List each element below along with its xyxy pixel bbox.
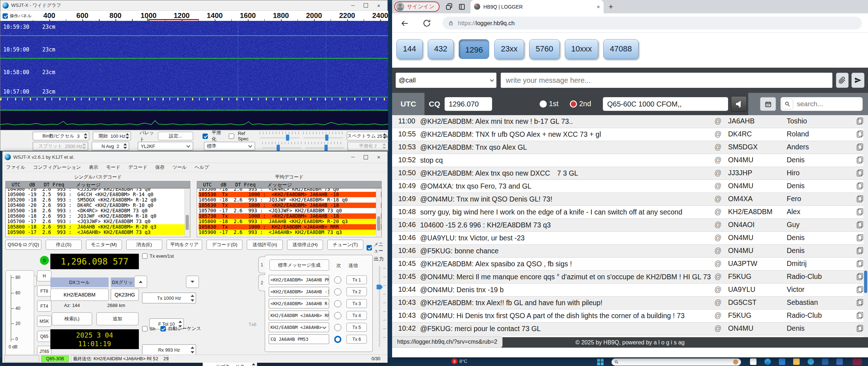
palette-settings-button[interactable]: 設定... [158, 132, 193, 140]
output-slider-handle[interactable] [377, 285, 383, 289]
tx-message-field[interactable]: <KH2/EA8DBM> JA6AHB PM53 [269, 275, 329, 285]
autoseq-checkbox[interactable] [160, 326, 166, 331]
tx-next-radio[interactable] [334, 288, 341, 295]
taskbar-weather[interactable]: 8 8°C [451, 358, 467, 364]
taskbar-icon-teams[interactable] [808, 358, 814, 365]
taskbar-icon-photos[interactable] [836, 358, 843, 365]
tx-next-radio[interactable] [334, 324, 341, 331]
minimize-button[interactable] [346, 1, 359, 10]
stacked-tabs-icon[interactable] [446, 3, 453, 10]
send-button[interactable] [851, 73, 864, 88]
generate-std-messages-button[interactable]: 標準メッセージ生成 [269, 259, 329, 271]
menu-item[interactable]: 表示 [89, 164, 98, 171]
cq-message-input[interactable] [603, 97, 728, 111]
taskbar-icon-app[interactable] [853, 358, 862, 365]
second-radio[interactable] [570, 100, 577, 108]
taskbar-icon-edge[interactable] [764, 358, 771, 365]
chat-row[interactable]: 10:45 @ON4MU: Merci Il me manque encore … [392, 271, 868, 284]
copy-icon[interactable] [857, 299, 863, 306]
ref-spec-checkbox[interactable] [229, 134, 234, 139]
vertical-tabs-icon[interactable] [459, 4, 465, 10]
menu-item[interactable]: ヘルプ [195, 164, 209, 171]
control-panel-toggle[interactable]: 操作パネル [1, 12, 38, 20]
start-freq-spinner[interactable]: 開始 100 Hz [93, 132, 131, 140]
decode-row[interactable]: 105400 -20 2.6 993 : DK4RC <KH2/EA8DBM> … [7, 203, 190, 208]
copy-icon[interactable] [857, 157, 863, 163]
back-icon[interactable] [400, 19, 409, 28]
decode-row[interactable]: 105500 -18 2.6 993 : <DK4RC> KH2/EA8DBM … [7, 208, 190, 213]
close-button[interactable]: × [372, 153, 385, 162]
chat-callsign[interactable]: ON4MU [728, 156, 787, 164]
menu-item[interactable]: ツール [173, 164, 187, 171]
action-button[interactable]: 停止(S) [46, 240, 82, 250]
chat-row[interactable]: 10:49 @ON4MU: Tnx nw init QSO Denis GL! … [392, 193, 868, 206]
chat-row[interactable]: 10:45 @KH2/EA8DBM: Alex spasibo za QSO ,… [392, 258, 868, 271]
gain2-slider[interactable] [262, 142, 301, 150]
taskbar-start-button[interactable] [597, 359, 604, 365]
chat-callsign[interactable]: ON4MU [728, 324, 787, 333]
chat-callsign[interactable]: F5KUG [728, 311, 787, 320]
chat-row[interactable]: 10:46 104600 -15 2.6 996 : KH2/EA8DBM 73… [392, 219, 868, 232]
announce-button[interactable] [731, 96, 747, 112]
scrollbar-thumb[interactable] [864, 271, 867, 293]
add-button[interactable]: 追加 [96, 312, 138, 325]
action-button[interactable]: 送信許可(n) [247, 240, 283, 250]
copy-icon[interactable] [857, 260, 863, 267]
search-box[interactable] [781, 97, 863, 111]
copy-icon[interactable] [857, 170, 863, 176]
address-bar[interactable]: https://logger.hb9q.ch [442, 17, 862, 30]
band-button[interactable]: 10xxx [565, 39, 598, 59]
chat-callsign[interactable]: SM5DGX [728, 143, 787, 151]
message-tab[interactable]: 1 [258, 257, 265, 273]
rx-freq-spinner[interactable]: Rx 993 Hz [142, 344, 196, 355]
zero-slider[interactable] [303, 132, 343, 140]
decode-row[interactable]: 105530 Tx 1000 : <KH2/EA8DBM> JA6AHB -18 [199, 192, 381, 197]
chat-callsign[interactable]: ON4AOI [728, 221, 787, 229]
menu-toggle[interactable]: メニュー [367, 241, 387, 254]
mode-button[interactable]: Q65 [37, 331, 51, 342]
attach-button[interactable] [836, 73, 849, 88]
chat-callsign[interactable]: ON4MU [728, 182, 787, 190]
dx-call-field[interactable]: KH2/EA8DBM [50, 289, 109, 301]
message-tab[interactable]: 2 [258, 275, 265, 291]
reload-icon[interactable] [422, 19, 431, 28]
action-button[interactable]: 送信停止(H) [287, 240, 323, 250]
copy-icon[interactable] [857, 195, 863, 202]
decode-row[interactable]: 105000 -19 2.5 993 : G4CCH <KH2/EA8DBM> … [7, 192, 190, 197]
chat-row[interactable]: 10:43 @ON4MU: Hi Denis tnx first QSO A p… [392, 309, 868, 322]
copy-icon[interactable] [857, 182, 863, 189]
chat-callsign[interactable]: UA3PTW [728, 259, 787, 268]
waterfall[interactable]: 10:59:30 23cm 10:59:00 23cm 10:58:00 23c… [0, 21, 388, 111]
mode-button[interactable]: MSK [37, 316, 51, 327]
tx-up-button[interactable] [134, 276, 147, 288]
gain-slider[interactable] [260, 132, 300, 140]
taskbar-icon-docs[interactable] [750, 358, 756, 365]
copy-icon[interactable] [857, 234, 863, 241]
action-button[interactable]: QSOをログ(Q) [5, 240, 41, 250]
sh-checkbox[interactable] [142, 326, 147, 331]
decode-row[interactable]: 105800 -18 2.6 993 : JA6AHB <KH2/EA8DBM>… [199, 219, 381, 224]
taskbar-icon-mail[interactable] [822, 358, 828, 365]
close-button[interactable]: × [372, 1, 385, 10]
single-decode-panel[interactable]: 104900 -20 2.6 993 : <JJ3JHP> KH2/EA8DBM… [5, 188, 190, 237]
decode-row[interactable]: 105900 -17 2.6 993 : <JA6AHB> KH2/EA8DBM… [199, 230, 381, 235]
tx-send-button[interactable]: Tx 2 [346, 287, 367, 296]
decode-row[interactable]: 105700 -17 2.6 993 : <JQ3JWF> KH2/EA8DBM… [7, 219, 190, 224]
n-avg-spinner[interactable]: N Avg 2 [92, 142, 129, 150]
copy-icon[interactable] [857, 273, 863, 280]
first-radio[interactable] [540, 100, 547, 108]
chat-callsign[interactable]: UA9YLU [728, 285, 787, 294]
maximize-button[interactable] [359, 153, 372, 162]
minimize-button[interactable] [346, 153, 359, 162]
decode-row[interactable]: 105900 -17 2.6 993 : <JA6AHB> KH2/EA8DBM… [7, 230, 190, 235]
chat-callsign[interactable]: DK4RC [728, 130, 787, 138]
chat-callsign[interactable]: JA6AHB [728, 117, 787, 125]
band-button[interactable]: 1296 [459, 39, 489, 59]
scrollbar[interactable] [185, 189, 190, 236]
band-button[interactable]: 23xx [494, 39, 524, 59]
lookup-button[interactable]: 検索(L) [52, 312, 92, 325]
scrollbar[interactable] [376, 189, 381, 236]
chat-callsign[interactable]: ON4MU [728, 247, 787, 255]
tx-freq-spinner[interactable]: Tx 1000 Hz [142, 293, 196, 303]
widegraph-titlebar[interactable]: WSJT-X - ワイドグラフ × [0, 0, 387, 11]
